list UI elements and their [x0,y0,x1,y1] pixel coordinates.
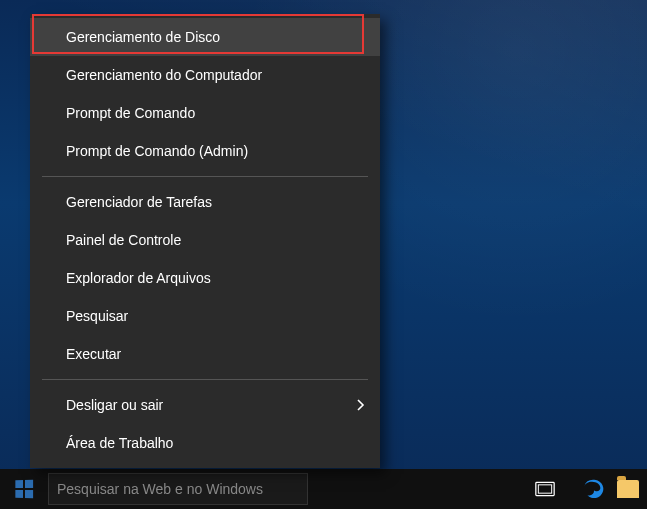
menu-item-label: Gerenciador de Tarefas [66,194,212,210]
menu-item[interactable]: Área de Trabalho [30,424,380,462]
menu-separator [42,379,368,380]
menu-item-label: Explorador de Arquivos [66,270,211,286]
menu-item[interactable]: Prompt de Comando (Admin) [30,132,380,170]
winx-context-menu: Gerenciamento de DiscoGerenciamento do C… [30,14,380,468]
svg-rect-1 [538,485,551,493]
menu-item-label: Pesquisar [66,308,128,324]
menu-item[interactable]: Explorador de Arquivos [30,259,380,297]
menu-item-label: Prompt de Comando [66,105,195,121]
taskbar-right [521,469,647,509]
taskbar-left: Pesquisar na Web e no Windows [0,469,521,509]
task-view-button[interactable] [521,469,569,509]
task-view-icon [535,481,555,497]
menu-item-label: Prompt de Comando (Admin) [66,143,248,159]
taskbar: Pesquisar na Web e no Windows [0,469,647,509]
menu-item[interactable]: Gerenciamento do Computador [30,56,380,94]
menu-item-label: Executar [66,346,121,362]
menu-item-label: Gerenciamento do Computador [66,67,262,83]
menu-item[interactable]: Executar [30,335,380,373]
menu-item-label: Gerenciamento de Disco [66,29,220,45]
search-placeholder-text: Pesquisar na Web e no Windows [57,481,263,497]
start-button[interactable] [0,469,48,509]
windows-logo-icon [15,480,33,498]
chevron-right-icon [356,398,366,412]
menu-item[interactable]: Desligar ou sair [30,386,380,424]
edge-browser-button[interactable] [569,469,617,509]
menu-item[interactable]: Gerenciador de Tarefas [30,183,380,221]
menu-item-label: Desligar ou sair [66,397,163,413]
menu-item-label: Área de Trabalho [66,435,173,451]
menu-separator [42,176,368,177]
menu-item-label: Painel de Controle [66,232,181,248]
folder-icon [617,480,639,498]
edge-icon [582,478,604,500]
menu-item[interactable]: Painel de Controle [30,221,380,259]
taskbar-search-box[interactable]: Pesquisar na Web e no Windows [48,473,308,505]
menu-item[interactable]: Gerenciamento de Disco [30,18,380,56]
file-explorer-button[interactable] [617,469,647,509]
menu-item[interactable]: Pesquisar [30,297,380,335]
menu-item[interactable]: Prompt de Comando [30,94,380,132]
